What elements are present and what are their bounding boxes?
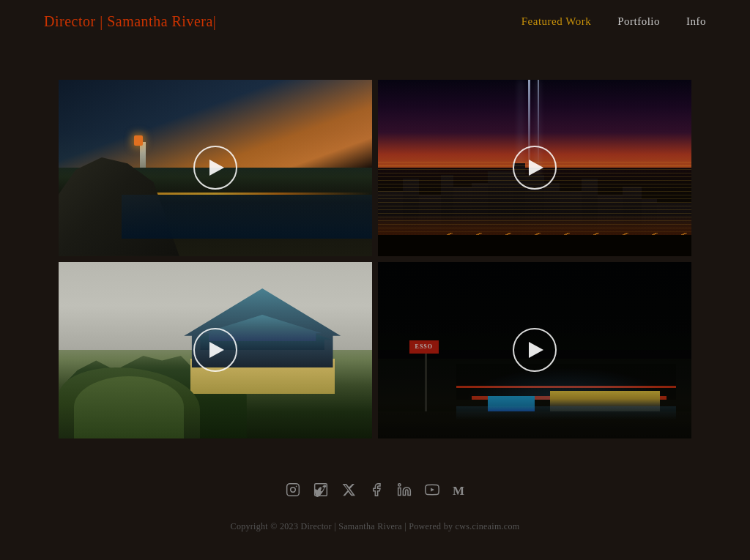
lighthouse-light [134, 135, 143, 146]
svg-point-1 [291, 487, 296, 492]
video-grid-section: ESSO [0, 43, 750, 468]
svg-point-5 [398, 483, 401, 485]
linkedin-icon [397, 482, 412, 497]
vimeo-link[interactable] [313, 482, 328, 501]
play-button-4[interactable] [513, 328, 557, 372]
play-icon-4 [529, 342, 543, 358]
twitter-icon [341, 482, 356, 497]
site-title: Director | Samantha Rivera| [44, 13, 216, 30]
play-button-1[interactable] [193, 146, 237, 190]
facebook-icon [369, 482, 384, 497]
site-footer: M Copyright © 2023 Director | Samantha R… [0, 468, 750, 550]
title-name: Samantha Rivera [107, 13, 213, 29]
youtube-link[interactable] [425, 482, 439, 501]
footer-copyright: Copyright © 2023 Director | Samantha Riv… [0, 509, 750, 550]
copyright-text: Copyright © 2023 Director | Samantha Riv… [231, 521, 520, 531]
video-thumb-1[interactable] [59, 80, 372, 256]
svg-marker-6 [431, 488, 434, 491]
nav-portfolio[interactable]: Portfolio [617, 15, 660, 28]
vimeo-icon [313, 482, 328, 497]
video-thumb-2[interactable] [378, 80, 691, 256]
svg-point-2 [296, 485, 297, 487]
youtube-icon [425, 482, 439, 497]
svg-rect-4 [398, 488, 401, 495]
main-nav: Featured Work Portfolio Info [521, 15, 706, 28]
video-thumb-4[interactable]: ESSO [378, 262, 691, 438]
nav-info[interactable]: Info [686, 15, 706, 28]
instagram-icon [286, 482, 300, 497]
play-button-2[interactable] [513, 146, 557, 190]
medium-link[interactable]: M [453, 484, 464, 499]
site-header: Director | Samantha Rivera| Featured Wor… [0, 0, 750, 43]
svg-rect-0 [287, 483, 300, 496]
play-icon-1 [209, 160, 224, 176]
video-grid: ESSO [0, 43, 750, 468]
title-prefix: Director | [44, 13, 107, 29]
nav-featured-work[interactable]: Featured Work [521, 15, 591, 28]
play-icon-3 [209, 342, 224, 358]
title-cursor: | [213, 13, 217, 29]
play-icon-2 [529, 160, 543, 176]
linkedin-link[interactable] [397, 482, 412, 501]
play-button-3[interactable] [193, 328, 237, 372]
twitter-link[interactable] [341, 482, 356, 501]
facebook-link[interactable] [369, 482, 384, 501]
lighthouse [140, 142, 146, 168]
video-thumb-3[interactable] [59, 262, 372, 438]
social-links: M [0, 468, 750, 509]
instagram-link[interactable] [286, 482, 300, 501]
